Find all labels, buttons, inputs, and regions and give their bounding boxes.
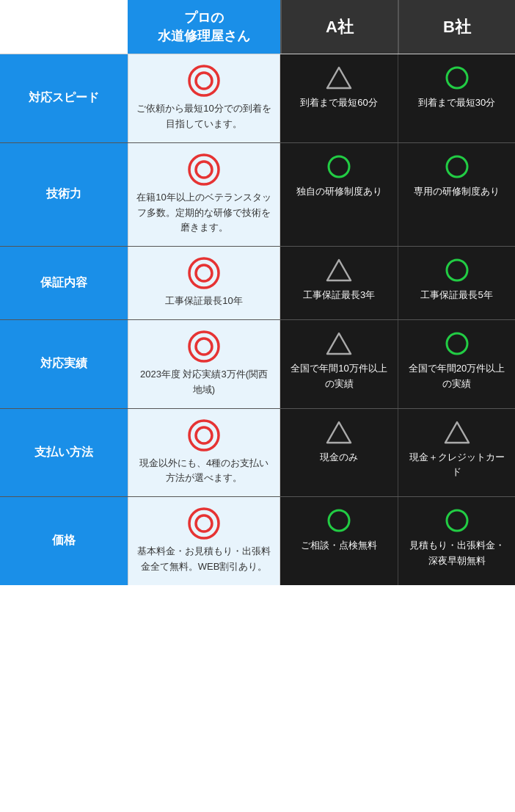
table-row: 価格 基本料金・お見積もり・出張料金全て無料。WEB割引あり。 ご相談・点検無料… xyxy=(0,496,515,585)
a-cell-text: 工事保証最長3年 xyxy=(303,288,375,303)
table-header: プロの 水道修理屋さん A社 B社 xyxy=(0,0,515,54)
pro-cell-text: 基本料金・お見積もり・出張料金全て無料。WEB割引あり。 xyxy=(136,544,272,575)
double-circle-icon xyxy=(188,65,220,97)
b-cell-text: 全国で年間20万件以上の実績 xyxy=(406,361,508,392)
svg-marker-10 xyxy=(327,260,351,280)
b-cell: 専用の研修制度あり xyxy=(398,143,515,246)
pro-title-line2: 水道修理屋さん xyxy=(134,27,274,45)
b-cell: 見積もり・出張料金・深夜早朝無料 xyxy=(398,497,515,585)
svg-marker-18 xyxy=(327,422,351,443)
pro-cell: 2023年度 対応実績3万件(関西地域) xyxy=(128,320,280,408)
svg-point-0 xyxy=(189,66,219,95)
triangle-icon xyxy=(326,257,352,283)
b-cell: 現金＋クレジットカード xyxy=(398,409,515,497)
b-cell: 工事保証最長5年 xyxy=(398,247,515,319)
table-row: 対応実績 2023年度 対応実績3万件(関西地域) 全国で年間10万件以上の実績… xyxy=(0,319,515,408)
pro-cell: ご依頼から最短10分での到着を目指しています。 xyxy=(128,54,280,142)
svg-point-9 xyxy=(196,265,212,281)
double-circle-icon xyxy=(188,257,220,289)
b-cell-text: 見積もり・出張料金・深夜早朝無料 xyxy=(406,538,508,569)
row-label-cell: 技術力 xyxy=(0,143,128,246)
row-label-text: 対応実績 xyxy=(40,356,87,371)
svg-point-17 xyxy=(196,427,212,443)
table-row: 支払い方法 現金以外にも、4種のお支払い方法が選べます。 現金のみ 現金＋クレジ… xyxy=(0,408,515,497)
double-circle-icon xyxy=(188,419,220,452)
pro-cell-text: 工事保証最長10年 xyxy=(165,294,242,309)
pro-cell: 工事保証最長10年 xyxy=(128,247,280,319)
a-cell: 全国で年間10万件以上の実績 xyxy=(280,320,398,408)
header-a-cell: A社 xyxy=(280,0,398,54)
row-label-cell: 支払い方法 xyxy=(0,409,128,497)
circle-icon xyxy=(326,507,352,534)
svg-point-6 xyxy=(329,156,349,177)
svg-point-11 xyxy=(447,260,467,280)
circle-icon xyxy=(444,153,470,180)
svg-marker-14 xyxy=(327,333,351,354)
row-label-text: 保証内容 xyxy=(40,275,87,291)
svg-point-21 xyxy=(196,515,212,532)
row-label-cell: 対応スピード xyxy=(0,54,128,142)
svg-point-7 xyxy=(447,156,467,177)
a-cell: 独自の研修制度あり xyxy=(280,143,398,246)
pro-cell: 現金以外にも、4種のお支払い方法が選べます。 xyxy=(128,409,280,497)
circle-icon xyxy=(444,65,470,91)
pro-cell-text: 2023年度 対応実績3万件(関西地域) xyxy=(136,367,272,398)
circle-icon xyxy=(444,507,470,534)
svg-point-15 xyxy=(447,333,467,354)
svg-point-12 xyxy=(189,332,219,361)
a-cell-text: 全国で年間10万件以上の実績 xyxy=(288,361,390,392)
svg-point-22 xyxy=(329,510,349,531)
triangle-icon xyxy=(326,65,352,91)
row-label-cell: 価格 xyxy=(0,497,128,585)
pro-cell-text: 現金以外にも、4種のお支払い方法が選べます。 xyxy=(136,456,272,487)
b-cell-text: 到着まで最短30分 xyxy=(418,95,495,111)
triangle-icon xyxy=(326,330,352,357)
svg-point-3 xyxy=(447,68,467,88)
header-label-cell xyxy=(0,0,128,54)
pro-title-line1: プロの xyxy=(134,9,274,27)
pro-cell: 基本料金・お見積もり・出張料金全て無料。WEB割引あり。 xyxy=(128,497,280,585)
double-circle-icon xyxy=(188,153,220,186)
svg-point-5 xyxy=(196,162,212,178)
pro-cell-text: ご依頼から最短10分での到着を目指しています。 xyxy=(136,101,272,132)
a-cell-text: ご相談・点検無料 xyxy=(301,538,377,554)
svg-point-1 xyxy=(196,73,212,89)
svg-point-8 xyxy=(189,258,219,288)
triangle-icon xyxy=(326,419,352,446)
svg-marker-19 xyxy=(445,422,469,443)
svg-point-23 xyxy=(447,510,467,531)
pro-cell-text: 在籍10年以上のベテランスタッフ多数。定期的な研修で技術を磨きます。 xyxy=(136,190,272,236)
row-label-text: 技術力 xyxy=(46,186,81,202)
a-cell: 工事保証最長3年 xyxy=(280,247,398,319)
b-cell-text: 現金＋クレジットカード xyxy=(406,450,508,481)
b-cell-text: 専用の研修制度あり xyxy=(414,184,500,200)
circle-icon xyxy=(444,330,470,357)
svg-point-20 xyxy=(189,509,219,538)
b-cell: 全国で年間20万件以上の実績 xyxy=(398,320,515,408)
b-cell: 到着まで最短30分 xyxy=(398,54,515,142)
svg-point-4 xyxy=(189,155,219,184)
double-circle-icon xyxy=(188,330,220,363)
table-row: 対応スピード ご依頼から最短10分での到着を目指しています。 到着まで最短60分… xyxy=(0,54,515,142)
a-cell-text: 現金のみ xyxy=(320,450,358,465)
header-b-cell: B社 xyxy=(398,0,515,54)
triangle-icon xyxy=(444,419,470,446)
a-cell: ご相談・点検無料 xyxy=(280,497,398,585)
a-cell: 現金のみ xyxy=(280,409,398,497)
table-row: 保証内容 工事保証最長10年 工事保証最長3年 工事保証最長5年 xyxy=(0,246,515,319)
row-label-text: 支払い方法 xyxy=(34,445,93,460)
row-label-text: 対応スピード xyxy=(29,90,99,106)
double-circle-icon xyxy=(188,507,220,540)
row-label-cell: 対応実績 xyxy=(0,320,128,408)
row-label-cell: 保証内容 xyxy=(0,247,128,319)
svg-point-13 xyxy=(196,338,212,355)
table-body: 対応スピード ご依頼から最短10分での到着を目指しています。 到着まで最短60分… xyxy=(0,54,515,585)
svg-point-16 xyxy=(189,421,219,450)
svg-marker-2 xyxy=(327,68,351,88)
header-pro-cell: プロの 水道修理屋さん xyxy=(128,0,280,54)
pro-cell: 在籍10年以上のベテランスタッフ多数。定期的な研修で技術を磨きます。 xyxy=(128,143,280,246)
a-cell: 到着まで最短60分 xyxy=(280,54,398,142)
circle-icon xyxy=(326,153,352,180)
b-cell-text: 工事保証最長5年 xyxy=(420,288,492,303)
comparison-table: プロの 水道修理屋さん A社 B社 対応スピード ご依頼から最短10分での到着を… xyxy=(0,0,515,585)
